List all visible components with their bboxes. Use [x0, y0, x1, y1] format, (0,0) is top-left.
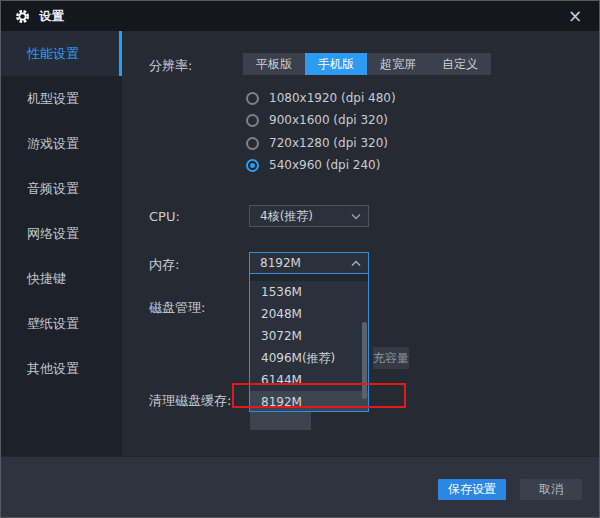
selected-accent-bar	[119, 31, 122, 76]
dropdown-item-4096[interactable]: 4096M(推荐)	[250, 347, 368, 369]
disk-management-label: 磁盘管理:	[149, 299, 205, 317]
expand-capacity-button-partial[interactable]: 充容量	[373, 347, 409, 369]
sidebar-item-shortcuts[interactable]: 快捷键	[1, 256, 122, 301]
radio-540x960[interactable]: 540x960 (dpi 240)	[246, 157, 380, 173]
memory-select-value: 8192M	[260, 256, 301, 270]
radio-circle-icon	[246, 137, 259, 150]
dropdown-item-2048[interactable]: 2048M	[250, 303, 368, 325]
dropdown-item-3072[interactable]: 3072M	[250, 325, 368, 347]
dropdown-scrollbar[interactable]	[362, 322, 367, 399]
tab-custom[interactable]: 自定义	[429, 53, 491, 75]
dropdown-item-partial[interactable]: 1024M	[250, 273, 368, 281]
sidebar-item-label: 音频设置	[27, 181, 79, 196]
tab-tablet[interactable]: 平板版	[243, 53, 305, 75]
radio-1080x1920[interactable]: 1080x1920 (dpi 480)	[246, 90, 396, 106]
sidebar-item-wallpaper[interactable]: 壁纸设置	[1, 301, 122, 346]
resolution-tab-group: 平板版 手机版 超宽屏 自定义	[243, 53, 491, 75]
resolution-label: 分辨率:	[149, 57, 192, 75]
radio-label: 540x960 (dpi 240)	[269, 158, 380, 172]
radio-900x1600[interactable]: 900x1600 (dpi 320)	[246, 112, 388, 128]
chevron-down-icon	[351, 213, 361, 220]
sidebar-item-other[interactable]: 其他设置	[1, 346, 122, 391]
radio-720x1280[interactable]: 720x1280 (dpi 320)	[246, 135, 388, 151]
sidebar-item-label: 其他设置	[27, 361, 79, 376]
sidebar-item-network[interactable]: 网络设置	[1, 211, 122, 256]
chevron-up-icon	[351, 260, 361, 267]
sidebar-item-label: 性能设置	[27, 46, 79, 61]
sidebar-item-game[interactable]: 游戏设置	[1, 121, 122, 166]
tab-ultrawide[interactable]: 超宽屏	[367, 53, 429, 75]
sidebar-item-device-model[interactable]: 机型设置	[1, 76, 122, 121]
sidebar-item-label: 快捷键	[27, 271, 66, 286]
radio-circle-icon	[246, 114, 259, 127]
memory-select[interactable]: 8192M	[249, 252, 369, 274]
radio-circle-icon	[246, 92, 259, 105]
memory-label: 内存:	[149, 256, 179, 274]
gear-icon	[15, 9, 30, 24]
cpu-label: CPU:	[149, 209, 180, 224]
sidebar-item-label: 游戏设置	[27, 136, 79, 151]
dropdown-item-1536[interactable]: 1536M	[250, 281, 368, 303]
sidebar-item-performance[interactable]: 性能设置	[1, 31, 122, 76]
dropdown-item-6144[interactable]: 6144M	[250, 369, 368, 391]
clean-disk-cache-label: 清理磁盘缓存:	[149, 392, 231, 410]
close-icon[interactable]: ×	[561, 1, 589, 31]
window-title: 设置	[39, 8, 65, 25]
sidebar-item-label: 壁纸设置	[27, 316, 79, 331]
cpu-select[interactable]: 4核(推荐)	[249, 205, 369, 227]
dropdown-item-8192[interactable]: 8192M	[250, 391, 368, 412]
cancel-button[interactable]: 取消	[520, 479, 582, 500]
sidebar-item-audio[interactable]: 音频设置	[1, 166, 122, 211]
cpu-select-value: 4核(推荐)	[260, 209, 313, 223]
settings-window: 设置 × 性能设置 机型设置 游戏设置 音频设置 网络设置 快捷键 壁纸设置 其…	[0, 0, 600, 518]
radio-circle-icon	[246, 159, 259, 172]
save-settings-button[interactable]: 保存设置	[438, 479, 506, 500]
titlebar: 设置 ×	[1, 1, 599, 31]
radio-label: 900x1600 (dpi 320)	[269, 113, 388, 127]
radio-label: 720x1280 (dpi 320)	[269, 136, 388, 150]
sidebar: 性能设置 机型设置 游戏设置 音频设置 网络设置 快捷键 壁纸设置 其他设置	[1, 31, 122, 456]
sidebar-item-label: 网络设置	[27, 226, 79, 241]
sidebar-item-label: 机型设置	[27, 91, 79, 106]
radio-label: 1080x1920 (dpi 480)	[269, 91, 396, 105]
memory-dropdown-list: 1024M 1536M 2048M 3072M 4096M(推荐) 6144M …	[249, 273, 369, 412]
tab-phone[interactable]: 手机版	[305, 53, 367, 75]
footer: 保存设置 取消	[1, 456, 599, 518]
